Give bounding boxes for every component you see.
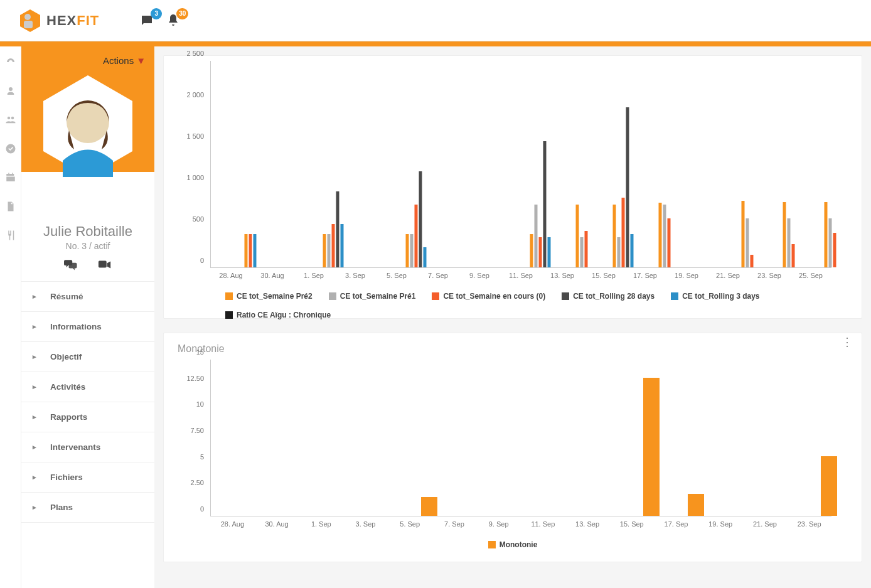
document-icon[interactable] <box>5 201 16 212</box>
user-icon[interactable] <box>5 85 16 97</box>
avatar[interactable] <box>41 73 135 182</box>
bar[interactable] <box>622 198 625 267</box>
bar[interactable] <box>783 202 786 267</box>
legend-item[interactable]: Ratio CE Aïgu : Chronique <box>225 311 331 319</box>
bar[interactable] <box>688 494 704 516</box>
chat-icon[interactable] <box>64 259 78 271</box>
bar[interactable] <box>421 497 437 516</box>
sidebar-item-activités[interactable]: ▸Activités <box>21 372 154 402</box>
bar[interactable] <box>576 205 579 267</box>
sidebar-nav: ▸Résumé▸Informations▸Objectif▸Activités▸… <box>21 281 154 523</box>
profile-hero: Actions ▼ <box>21 46 154 172</box>
card-menu-button[interactable]: ⋮ <box>842 341 853 343</box>
bar[interactable] <box>742 201 745 267</box>
bar[interactable] <box>829 218 832 267</box>
sidebar-item-label: Résumé <box>50 292 83 301</box>
sidebar-item-fichiers[interactable]: ▸Fichiers <box>21 462 154 493</box>
monotonie-legend: Monotonie <box>175 540 850 549</box>
bar[interactable] <box>613 205 616 267</box>
sidebar-item-label: Informations <box>50 322 102 331</box>
bar[interactable] <box>254 234 257 267</box>
check-circle-icon[interactable] <box>5 143 16 154</box>
bar[interactable] <box>751 255 754 267</box>
legend-item[interactable]: CE tot_Rolling 28 days <box>562 292 655 301</box>
actions-dropdown[interactable]: Actions ▼ <box>103 55 146 66</box>
bar[interactable] <box>617 237 621 267</box>
bar[interactable] <box>323 234 326 267</box>
bar[interactable] <box>821 456 837 516</box>
caret-right-icon: ▸ <box>33 473 36 481</box>
brand-logo[interactable]: HEXFIT <box>18 8 99 33</box>
monotonie-title: Monotonie <box>178 343 850 355</box>
messages-button[interactable]: 3 <box>139 13 154 28</box>
caret-right-icon: ▸ <box>33 353 36 361</box>
caret-right-icon: ▸ <box>33 383 36 391</box>
bar[interactable] <box>332 224 335 267</box>
legend-label: CE tot_Rolling 3 days <box>682 292 759 301</box>
bar[interactable] <box>746 218 749 267</box>
calendar-icon[interactable] <box>5 172 16 183</box>
sidebar-item-intervenants[interactable]: ▸Intervenants <box>21 432 154 462</box>
bar[interactable] <box>663 205 666 267</box>
sidebar-item-rapports[interactable]: ▸Rapports <box>21 402 154 432</box>
profile-info: Julie Robitaille No. 3 / actif <box>21 172 154 281</box>
messages-badge: 3 <box>151 8 162 19</box>
caret-down-icon: ▼ <box>136 55 146 66</box>
legend-item[interactable]: CE tot_Rolling 3 days <box>671 292 759 301</box>
legend-item[interactable]: CE tot_Semaine en cours (0) <box>432 292 545 301</box>
bar[interactable] <box>585 231 588 267</box>
bar[interactable] <box>424 247 427 267</box>
legend-item[interactable]: CE tot_Semaine Pré2 <box>225 292 313 301</box>
legend-swatch <box>329 292 336 300</box>
sidebar-item-plans[interactable]: ▸Plans <box>21 493 154 523</box>
legend-item[interactable]: Monotonie <box>488 540 538 549</box>
bar[interactable] <box>249 234 252 267</box>
bar[interactable] <box>788 218 791 267</box>
bar[interactable] <box>668 218 671 267</box>
bar[interactable] <box>580 237 584 267</box>
bar[interactable] <box>643 378 660 516</box>
bar[interactable] <box>410 234 414 267</box>
bar[interactable] <box>833 233 836 267</box>
dashboard-icon[interactable] <box>5 56 16 68</box>
group-icon[interactable] <box>5 114 16 126</box>
alerts-badge: 30 <box>176 8 188 19</box>
legend-swatch <box>225 292 233 300</box>
bar[interactable] <box>548 237 551 267</box>
sidebar-item-résumé[interactable]: ▸Résumé <box>21 282 154 312</box>
legend-label: Ratio CE Aïgu : Chronique <box>237 311 331 319</box>
bar[interactable] <box>530 234 533 267</box>
bar[interactable] <box>792 244 795 267</box>
video-icon[interactable] <box>98 259 112 271</box>
legend-label: CE tot_Rolling 28 days <box>573 292 655 301</box>
nutrition-icon[interactable] <box>5 230 16 241</box>
legend-swatch <box>562 292 569 300</box>
bar[interactable] <box>659 203 662 267</box>
sidebar-item-label: Activités <box>50 382 85 392</box>
actions-label: Actions <box>103 55 134 66</box>
sidebar-item-informations[interactable]: ▸Informations <box>21 312 154 342</box>
caret-right-icon: ▸ <box>33 503 36 511</box>
svg-point-1 <box>24 14 31 20</box>
sidebar-item-label: Fichiers <box>50 473 83 482</box>
bar[interactable] <box>825 202 828 267</box>
bar[interactable] <box>406 234 409 267</box>
alerts-button[interactable]: 30 <box>166 13 181 28</box>
legend-label: CE tot_Semaine Pré1 <box>340 292 416 301</box>
sidebar-item-objectif[interactable]: ▸Objectif <box>21 342 154 372</box>
legend-item[interactable]: CE tot_Semaine Pré1 <box>329 292 416 301</box>
bar[interactable] <box>539 237 542 267</box>
bar[interactable] <box>543 141 547 267</box>
bar[interactable] <box>535 205 538 267</box>
bar[interactable] <box>336 191 339 267</box>
bar[interactable] <box>419 171 422 267</box>
bar[interactable] <box>631 234 634 267</box>
bar[interactable] <box>245 234 248 267</box>
bar[interactable] <box>626 107 629 267</box>
sidebar-item-label: Objectif <box>50 352 82 361</box>
charge-card: 05001 0001 5002 0002 500 28. Aug30. Aug1… <box>163 55 862 319</box>
bar[interactable] <box>341 224 344 267</box>
sidebar-item-label: Rapports <box>50 412 87 422</box>
bar[interactable] <box>415 205 418 267</box>
bar[interactable] <box>328 234 331 267</box>
